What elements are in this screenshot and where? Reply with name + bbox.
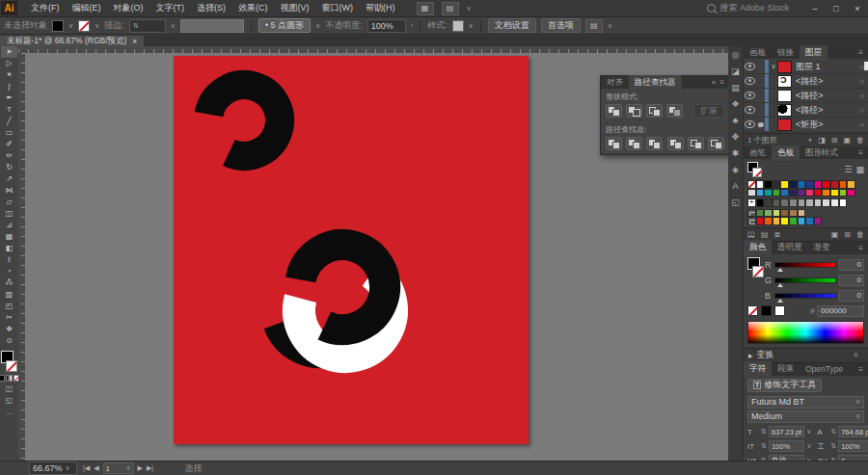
new-color-group-icon[interactable]: ▣ [831,230,839,239]
maximize-button[interactable]: □ [826,1,847,16]
fill-stroke-proxy[interactable] [1,351,17,372]
swatch[interactable] [764,198,773,207]
panel-toggle-icon[interactable]: ▤ [585,19,603,33]
tool-button[interactable]: ⊙ [1,335,17,347]
swatch[interactable] [756,180,765,189]
tab-swatches[interactable]: 色板 [772,145,800,161]
color-button[interactable] [0,375,5,382]
swatch[interactable] [747,189,756,198]
swatch[interactable] [747,198,756,207]
color-fill-stroke-proxy[interactable] [747,257,765,280]
zoom-field[interactable]: 66.67% ∨ [29,462,77,475]
new-layer-icon[interactable]: ▣ [843,136,851,145]
swatch[interactable] [756,198,765,207]
tool-button[interactable]: T [1,104,17,116]
tool-button[interactable]: ◔ [1,266,17,277]
close-button[interactable]: × [847,1,868,16]
swatch[interactable] [830,198,839,207]
outline-button[interactable] [688,137,704,150]
document-setup-button[interactable]: 文档设置 [488,18,536,33]
vertical-scale-arrow[interactable]: ∨ [806,442,811,450]
expand-chevron-icon[interactable]: ▸ [748,351,753,360]
tool-button[interactable]: ▱ [1,197,17,208]
previous-artboard-icon[interactable]: ◀ [94,464,98,472]
swatch[interactable] [764,189,773,198]
font-size-field[interactable]: T ⇅ 637.23 pt ∨ [747,426,811,437]
channel-slider[interactable] [774,293,836,299]
intersect-button[interactable] [646,104,663,118]
arrange-documents-icon[interactable]: ▦ [417,2,434,15]
swatch[interactable] [805,180,814,189]
divide-button[interactable] [606,137,622,150]
dock-panel-icon[interactable]: A [732,181,738,191]
tool-button[interactable]: ◧ [1,243,17,254]
layer-thumbnail[interactable] [777,75,792,88]
tool-button[interactable]: ✏ [1,150,17,162]
fill-dropdown-arrow[interactable]: ∨ [68,22,73,30]
stroke-weight-arrow[interactable]: ∨ [171,22,176,30]
swatch[interactable] [764,180,773,189]
minus-back-button[interactable] [708,137,724,150]
channel-value-field[interactable]: 0 [839,259,864,271]
channel-value-field[interactable]: 0 [839,290,864,302]
vertical-scale-value[interactable]: 100% [769,440,804,452]
tool-button[interactable]: ▷ [1,58,17,69]
swatch[interactable] [780,198,789,207]
tool-button[interactable]: ⊿ [1,220,17,231]
document-tab[interactable]: 未标题-1* @ 66.67% (RGB/预览) × [0,36,144,46]
font-style-field[interactable]: Medium ∨ [747,410,864,423]
zoom-dropdown-arrow[interactable]: ∨ [66,464,70,472]
panel-toggle-arrow[interactable]: ∨ [608,22,612,30]
panel-menu-icon[interactable]: ≡ [858,244,868,252]
tool-button[interactable]: ▦ [1,231,17,243]
edit-toolbar-icon[interactable]: … [6,408,14,416]
list-view-icon[interactable]: ☰ [844,165,852,174]
tab-align[interactable]: 对齐 [601,75,629,91]
tab-artboards[interactable]: 画板 [744,45,772,61]
layer-thumbnail[interactable] [777,104,792,117]
tool-button[interactable]: ◰ [1,301,17,312]
menu-item[interactable]: 编辑(E) [67,0,107,16]
layer-name[interactable]: <路径> [796,75,824,88]
tab-brushes[interactable]: 画笔 [744,145,772,161]
dock-panel-icon[interactable]: ◈ [732,165,739,174]
swatch[interactable] [789,209,798,218]
swatch-libraries-icon[interactable]: 🕮 [747,230,755,239]
slider-thumb-icon[interactable] [777,268,783,272]
swatch[interactable] [780,180,789,189]
swatch[interactable] [839,198,848,207]
layer-target-icon[interactable]: ○ [859,120,864,129]
workspace-switcher-arrow[interactable]: ∨ [467,5,472,13]
drawing-mode-icon[interactable]: ◫ [6,384,14,393]
touch-type-tool-button[interactable]: T 修饰文字工具 [747,379,822,392]
swatch[interactable] [814,180,823,189]
artboard-dropdown-arrow[interactable]: ∨ [125,464,130,472]
tool-button[interactable]: ✂ [1,312,17,324]
layer-target-icon[interactable]: ○ [859,77,864,86]
preferences-button[interactable]: 首选项 [541,18,581,33]
tool-button[interactable]: ▭ [1,127,17,139]
tool-button[interactable]: ℓ [1,254,17,266]
tool-button[interactable]: ✒ [1,92,17,104]
first-artboard-icon[interactable]: |◀ [83,464,90,472]
swatch[interactable] [798,198,806,207]
none-swatch[interactable] [747,305,758,316]
tab-transparency[interactable]: 透明度 [772,240,808,255]
tool-button[interactable]: ⋈ [1,185,17,197]
swatch[interactable] [847,180,855,189]
width-profile-field[interactable] [180,19,244,33]
document-tab-close-icon[interactable]: × [132,37,137,46]
grid-view-icon[interactable]: ▦ [855,165,864,174]
expand-button[interactable]: 扩展 [693,104,724,118]
tab-graphic-styles[interactable]: 图形样式 [800,145,844,161]
tool-button[interactable]: ʃ [1,81,17,92]
layer-target-icon[interactable]: ○ [859,63,864,71]
tab-color[interactable]: 颜色 [744,240,772,255]
delete-layer-icon[interactable]: 🗑 [856,136,864,145]
swatch[interactable] [798,217,806,225]
tool-button[interactable]: ❖ [1,324,17,335]
hex-value-field[interactable]: 000000 [817,305,864,317]
new-swatch-icon[interactable]: ⊞ [844,230,851,239]
tool-button[interactable]: ↻ [1,162,17,173]
layer-thumbnail[interactable] [777,61,792,73]
